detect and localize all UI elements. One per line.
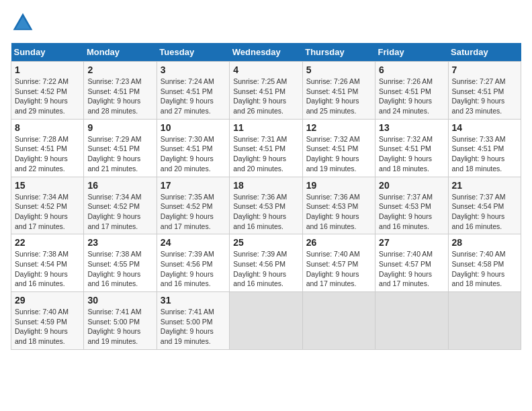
- day-info: Sunrise: 7:32 AM Sunset: 4:51 PM Dayligh…: [379, 134, 444, 174]
- calendar-cell: 11Sunrise: 7:31 AM Sunset: 4:51 PM Dayli…: [230, 119, 302, 177]
- day-number: 21: [452, 180, 517, 191]
- day-info: Sunrise: 7:38 AM Sunset: 4:54 PM Dayligh…: [15, 249, 80, 289]
- calendar-cell: 30Sunrise: 7:41 AM Sunset: 5:00 PM Dayli…: [84, 292, 157, 350]
- calendar-cell: 16Sunrise: 7:34 AM Sunset: 4:52 PM Dayli…: [84, 177, 157, 234]
- calendar-cell: 15Sunrise: 7:34 AM Sunset: 4:52 PM Dayli…: [11, 177, 84, 234]
- col-header-monday: Monday: [84, 43, 157, 62]
- calendar-week-5: 29Sunrise: 7:40 AM Sunset: 4:59 PM Dayli…: [11, 292, 521, 350]
- calendar-cell: 3Sunrise: 7:24 AM Sunset: 4:51 PM Daylig…: [157, 62, 229, 120]
- calendar-cell: 10Sunrise: 7:30 AM Sunset: 4:51 PM Dayli…: [157, 119, 229, 177]
- day-number: 20: [379, 180, 444, 191]
- day-number: 14: [452, 122, 517, 133]
- day-info: Sunrise: 7:39 AM Sunset: 4:56 PM Dayligh…: [233, 249, 298, 289]
- calendar-cell: 4Sunrise: 7:25 AM Sunset: 4:51 PM Daylig…: [230, 62, 302, 120]
- day-number: 28: [452, 237, 517, 248]
- day-info: Sunrise: 7:32 AM Sunset: 4:51 PM Dayligh…: [306, 134, 371, 174]
- col-header-wednesday: Wednesday: [230, 43, 302, 62]
- calendar-cell: 17Sunrise: 7:35 AM Sunset: 4:52 PM Dayli…: [157, 177, 229, 234]
- day-info: Sunrise: 7:26 AM Sunset: 4:51 PM Dayligh…: [379, 77, 444, 116]
- day-info: Sunrise: 7:23 AM Sunset: 4:51 PM Dayligh…: [87, 77, 152, 116]
- calendar-cell: 24Sunrise: 7:39 AM Sunset: 4:56 PM Dayli…: [157, 234, 229, 292]
- calendar-cell: 9Sunrise: 7:29 AM Sunset: 4:51 PM Daylig…: [84, 119, 157, 177]
- day-number: 13: [379, 122, 444, 133]
- day-info: Sunrise: 7:36 AM Sunset: 4:53 PM Dayligh…: [306, 192, 371, 232]
- day-number: 4: [233, 64, 298, 75]
- day-info: Sunrise: 7:37 AM Sunset: 4:54 PM Dayligh…: [452, 192, 517, 232]
- day-number: 12: [306, 122, 371, 133]
- calendar-cell: 20Sunrise: 7:37 AM Sunset: 4:53 PM Dayli…: [375, 177, 448, 234]
- day-number: 1: [15, 64, 80, 75]
- calendar-cell: 29Sunrise: 7:40 AM Sunset: 4:59 PM Dayli…: [11, 292, 84, 350]
- day-number: 22: [15, 237, 80, 248]
- day-number: 5: [306, 64, 371, 75]
- calendar-cell: 14Sunrise: 7:33 AM Sunset: 4:51 PM Dayli…: [448, 119, 521, 177]
- day-number: 17: [161, 180, 226, 191]
- calendar-cell: 21Sunrise: 7:37 AM Sunset: 4:54 PM Dayli…: [448, 177, 521, 234]
- day-number: 7: [452, 64, 517, 75]
- calendar-cell: 2Sunrise: 7:23 AM Sunset: 4:51 PM Daylig…: [84, 62, 157, 120]
- day-number: 6: [379, 64, 444, 75]
- day-info: Sunrise: 7:30 AM Sunset: 4:51 PM Dayligh…: [161, 134, 226, 174]
- day-number: 8: [15, 122, 80, 133]
- col-header-sunday: Sunday: [11, 43, 84, 62]
- day-info: Sunrise: 7:26 AM Sunset: 4:51 PM Dayligh…: [306, 77, 371, 116]
- calendar-cell: 5Sunrise: 7:26 AM Sunset: 4:51 PM Daylig…: [302, 62, 375, 120]
- calendar-cell: 6Sunrise: 7:26 AM Sunset: 4:51 PM Daylig…: [375, 62, 448, 120]
- calendar-cell: 22Sunrise: 7:38 AM Sunset: 4:54 PM Dayli…: [11, 234, 84, 292]
- day-number: 9: [87, 122, 152, 133]
- calendar-table: SundayMondayTuesdayWednesdayThursdayFrid…: [11, 43, 521, 350]
- calendar-cell: 7Sunrise: 7:27 AM Sunset: 4:51 PM Daylig…: [448, 62, 521, 120]
- day-info: Sunrise: 7:27 AM Sunset: 4:51 PM Dayligh…: [452, 77, 517, 116]
- calendar-cell: [302, 292, 375, 350]
- day-number: 30: [87, 295, 152, 306]
- day-number: 11: [233, 122, 298, 133]
- day-info: Sunrise: 7:31 AM Sunset: 4:51 PM Dayligh…: [233, 134, 298, 174]
- day-info: Sunrise: 7:28 AM Sunset: 4:51 PM Dayligh…: [15, 134, 80, 174]
- day-number: 10: [161, 122, 226, 133]
- calendar-cell: 13Sunrise: 7:32 AM Sunset: 4:51 PM Dayli…: [375, 119, 448, 177]
- day-info: Sunrise: 7:40 AM Sunset: 4:57 PM Dayligh…: [306, 249, 371, 289]
- day-info: Sunrise: 7:41 AM Sunset: 5:00 PM Dayligh…: [87, 307, 152, 347]
- calendar-cell: 26Sunrise: 7:40 AM Sunset: 4:57 PM Dayli…: [302, 234, 375, 292]
- calendar-week-2: 8Sunrise: 7:28 AM Sunset: 4:51 PM Daylig…: [11, 119, 521, 177]
- page-header: [11, 11, 521, 35]
- logo: [11, 11, 39, 35]
- day-number: 18: [233, 180, 298, 191]
- day-info: Sunrise: 7:22 AM Sunset: 4:52 PM Dayligh…: [15, 77, 80, 116]
- calendar-cell: 1Sunrise: 7:22 AM Sunset: 4:52 PM Daylig…: [11, 62, 84, 120]
- day-info: Sunrise: 7:36 AM Sunset: 4:53 PM Dayligh…: [233, 192, 298, 232]
- calendar-cell: 27Sunrise: 7:40 AM Sunset: 4:57 PM Dayli…: [375, 234, 448, 292]
- calendar-week-3: 15Sunrise: 7:34 AM Sunset: 4:52 PM Dayli…: [11, 177, 521, 234]
- calendar-cell: 25Sunrise: 7:39 AM Sunset: 4:56 PM Dayli…: [230, 234, 302, 292]
- day-number: 2: [87, 64, 152, 75]
- day-info: Sunrise: 7:40 AM Sunset: 4:58 PM Dayligh…: [452, 249, 517, 289]
- day-info: Sunrise: 7:34 AM Sunset: 4:52 PM Dayligh…: [87, 192, 152, 232]
- col-header-friday: Friday: [375, 43, 448, 62]
- logo-icon: [11, 11, 35, 35]
- day-info: Sunrise: 7:33 AM Sunset: 4:51 PM Dayligh…: [452, 134, 517, 174]
- calendar-week-4: 22Sunrise: 7:38 AM Sunset: 4:54 PM Dayli…: [11, 234, 521, 292]
- calendar-cell: [448, 292, 521, 350]
- day-number: 29: [15, 295, 80, 306]
- calendar-cell: 8Sunrise: 7:28 AM Sunset: 4:51 PM Daylig…: [11, 119, 84, 177]
- day-info: Sunrise: 7:41 AM Sunset: 5:00 PM Dayligh…: [161, 307, 226, 347]
- col-header-saturday: Saturday: [448, 43, 521, 62]
- day-number: 31: [161, 295, 226, 306]
- calendar-cell: [230, 292, 302, 350]
- day-number: 26: [306, 237, 371, 248]
- day-number: 27: [379, 237, 444, 248]
- calendar-body: 1Sunrise: 7:22 AM Sunset: 4:52 PM Daylig…: [11, 62, 521, 350]
- day-number: 23: [87, 237, 152, 248]
- day-number: 16: [87, 180, 152, 191]
- day-number: 19: [306, 180, 371, 191]
- col-header-thursday: Thursday: [302, 43, 375, 62]
- calendar-cell: 31Sunrise: 7:41 AM Sunset: 5:00 PM Dayli…: [157, 292, 229, 350]
- calendar-header: SundayMondayTuesdayWednesdayThursdayFrid…: [11, 43, 521, 62]
- calendar-cell: 28Sunrise: 7:40 AM Sunset: 4:58 PM Dayli…: [448, 234, 521, 292]
- day-info: Sunrise: 7:38 AM Sunset: 4:55 PM Dayligh…: [87, 249, 152, 289]
- day-info: Sunrise: 7:29 AM Sunset: 4:51 PM Dayligh…: [87, 134, 152, 174]
- day-info: Sunrise: 7:25 AM Sunset: 4:51 PM Dayligh…: [233, 77, 298, 116]
- day-number: 15: [15, 180, 80, 191]
- day-info: Sunrise: 7:35 AM Sunset: 4:52 PM Dayligh…: [161, 192, 226, 232]
- day-info: Sunrise: 7:37 AM Sunset: 4:53 PM Dayligh…: [379, 192, 444, 232]
